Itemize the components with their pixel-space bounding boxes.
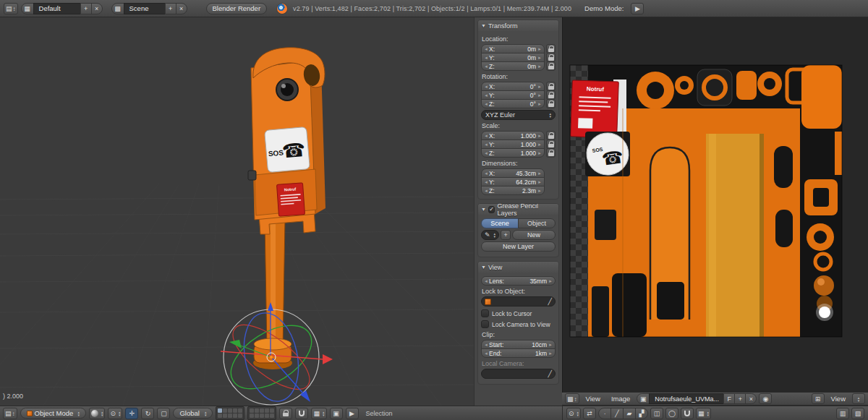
layer-cell[interactable] xyxy=(223,413,227,418)
pin-image-icon[interactable]: ◉ xyxy=(759,393,772,404)
sticky-selection-dropdown[interactable]: ◫ xyxy=(650,408,663,419)
interaction-mode-dropdown[interactable]: Object Mode xyxy=(20,408,86,419)
play-demo-button[interactable]: ▶ xyxy=(631,3,644,14)
uv-draw-type-button[interactable]: ▥ xyxy=(836,408,849,419)
increment-arrow-icon[interactable] xyxy=(548,278,553,284)
uv-image-editor[interactable]: Notruf SOS ☎ xyxy=(562,17,868,393)
uv-snap-toggle-button[interactable] xyxy=(681,408,694,419)
pivot-point-dropdown[interactable]: ⊙ xyxy=(108,408,122,419)
unlink-image-button[interactable]: × xyxy=(745,393,757,404)
delete-scene-button[interactable]: × xyxy=(176,3,187,14)
decrement-arrow-icon[interactable] xyxy=(484,101,488,107)
browse-layouts-button[interactable]: ▦ xyxy=(21,3,34,14)
emergency-phone-model[interactable]: SOS ☎ Notruf xyxy=(248,48,326,369)
layer-buttons-right[interactable] xyxy=(247,406,276,420)
collapse-panel-icon[interactable] xyxy=(852,393,865,404)
region-expand-icon[interactable]: ⊞ xyxy=(812,393,825,404)
transform-orientation-dropdown[interactable]: Global xyxy=(173,408,213,419)
uv-view-menu[interactable]: View xyxy=(582,393,605,405)
snap-toggle-button[interactable] xyxy=(295,408,308,419)
eyedropper-icon[interactable]: ╱ xyxy=(548,370,552,377)
increment-arrow-icon[interactable] xyxy=(548,342,553,348)
decrement-arrow-icon[interactable] xyxy=(484,188,488,194)
decrement-arrow-icon[interactable] xyxy=(484,171,488,176)
viewport-shading-dropdown[interactable] xyxy=(89,408,106,419)
decrement-arrow-icon[interactable] xyxy=(484,278,488,284)
lock-location-x-button[interactable] xyxy=(546,44,556,53)
layer-cell[interactable] xyxy=(265,408,269,413)
layer-cell[interactable] xyxy=(270,408,274,413)
gp-data-dropdown[interactable]: ✎ xyxy=(481,230,499,240)
lock-scale-z-button[interactable] xyxy=(546,148,556,158)
manipulator-scale-button[interactable]: ▢ xyxy=(157,408,170,419)
increment-arrow-icon[interactable] xyxy=(537,84,542,90)
tab-scene[interactable]: Scene xyxy=(481,218,519,228)
uv-image-menu[interactable]: Image xyxy=(607,393,634,405)
layer-cell[interactable] xyxy=(223,408,227,413)
layer-buttons-left[interactable] xyxy=(216,406,244,420)
opengl-render-animation-button[interactable]: ▶ xyxy=(346,408,359,419)
decrement-arrow-icon[interactable] xyxy=(484,342,488,348)
lock-scale-y-button[interactable] xyxy=(546,140,556,149)
tab-object[interactable]: Object xyxy=(518,218,556,228)
decrement-arrow-icon[interactable] xyxy=(484,93,488,98)
increment-arrow-icon[interactable] xyxy=(537,179,542,185)
increment-arrow-icon[interactable] xyxy=(537,93,542,98)
uv-right-view-menu[interactable]: View xyxy=(827,393,850,405)
layer-cell[interactable] xyxy=(228,408,232,413)
lock-location-z-button[interactable] xyxy=(546,61,556,71)
layer-cell[interactable] xyxy=(265,413,269,418)
proportional-edit-dropdown[interactable]: ◯ xyxy=(665,408,678,419)
decrement-arrow-icon[interactable] xyxy=(484,55,488,61)
viewport-editor-type-dropdown[interactable]: ▤ xyxy=(3,408,17,419)
clip-end-field[interactable]: End:1km xyxy=(481,348,556,358)
layer-cell[interactable] xyxy=(238,413,242,418)
layer-cell[interactable] xyxy=(260,413,264,418)
lock-scale-x-button[interactable] xyxy=(546,131,556,140)
grease-pencil-panel-header[interactable]: ▼ Grease Pencil Layers xyxy=(478,204,558,215)
manipulator-translate-button[interactable]: ✛ xyxy=(125,408,138,419)
uv-snap-element-dropdown[interactable]: ▦ xyxy=(696,408,711,419)
grease-pencil-checkbox[interactable] xyxy=(488,206,495,213)
layer-cell[interactable] xyxy=(260,408,264,413)
increment-arrow-icon[interactable] xyxy=(537,101,542,107)
lock-rotation-y-button[interactable] xyxy=(546,90,556,100)
decrement-arrow-icon[interactable] xyxy=(484,179,488,185)
increment-arrow-icon[interactable] xyxy=(537,150,542,156)
decrement-arrow-icon[interactable] xyxy=(484,46,488,52)
transform-panel-header[interactable]: ▼ Transform xyxy=(478,20,558,31)
uv-pivot-dropdown[interactable]: ⊙ xyxy=(566,408,581,419)
rotation-mode-dropdown[interactable]: XYZ Euler xyxy=(481,110,556,120)
lock-location-y-button[interactable] xyxy=(546,53,556,62)
lock-to-scene-button[interactable] xyxy=(279,408,292,419)
lock-rotation-z-button[interactable] xyxy=(546,99,556,108)
select-mode-vertex-button[interactable]: ∙ xyxy=(598,408,611,419)
add-scene-button[interactable]: + xyxy=(165,3,176,14)
gp-new-layer-button[interactable]: New Layer xyxy=(481,241,556,252)
layer-cell[interactable] xyxy=(233,413,237,418)
scale-z-field[interactable]: Z:1.000 xyxy=(481,148,545,158)
fake-user-button[interactable]: F xyxy=(723,393,735,404)
layer-cell[interactable] xyxy=(270,413,274,418)
opengl-render-image-button[interactable]: ▣ xyxy=(330,408,343,419)
decrement-arrow-icon[interactable] xyxy=(484,150,488,156)
select-mode-edge-button[interactable]: ╱ xyxy=(610,408,624,419)
rotation-z-field[interactable]: Z:0° xyxy=(481,99,545,108)
layout-name-field[interactable]: Default xyxy=(33,3,81,14)
view-panel-header[interactable]: ▼ View xyxy=(478,262,558,273)
lock-to-cursor-checkbox[interactable] xyxy=(481,309,489,317)
increment-arrow-icon[interactable] xyxy=(537,188,542,194)
add-gp-data-button[interactable]: + xyxy=(501,230,511,240)
uv-scopes-toggle-button[interactable]: ▧ xyxy=(851,408,864,419)
decrement-arrow-icon[interactable] xyxy=(484,64,488,69)
location-z-field[interactable]: Z:0m xyxy=(481,61,545,71)
increment-arrow-icon[interactable] xyxy=(537,46,542,52)
blender-logo-icon[interactable] xyxy=(277,4,287,14)
decrement-arrow-icon[interactable] xyxy=(484,84,488,90)
increment-arrow-icon[interactable] xyxy=(537,133,542,139)
increment-arrow-icon[interactable] xyxy=(537,142,542,147)
browse-image-button[interactable]: ▣ xyxy=(637,393,650,404)
layer-cell[interactable] xyxy=(255,413,259,418)
increment-arrow-icon[interactable] xyxy=(548,351,553,356)
layer-cell[interactable] xyxy=(250,408,254,413)
